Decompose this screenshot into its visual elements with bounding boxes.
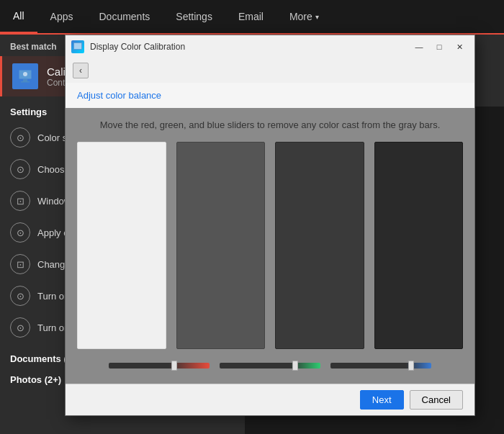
change-icon: ⊡	[10, 254, 30, 274]
svg-point-3	[23, 72, 27, 76]
nav-item-settings[interactable]: Settings	[163, 0, 225, 33]
calibrate-icon	[12, 63, 38, 89]
bar-dark	[275, 142, 364, 349]
dialog-title: Display Color Calibration	[90, 42, 410, 52]
nav-item-email[interactable]: Email	[225, 0, 276, 33]
bar-white-wrapper	[77, 142, 166, 349]
blue-slider-thumb[interactable]	[408, 361, 414, 371]
dialog-content: Adjust color balance Move the red, green…	[66, 83, 474, 384]
blue-slider-wrapper[interactable]	[330, 359, 431, 372]
nav-item-more[interactable]: More ▾	[276, 0, 332, 33]
dialog-footer: Next Cancel	[66, 384, 474, 415]
adjust-link[interactable]: Adjust color balance	[66, 83, 474, 108]
green-slider-track	[220, 363, 320, 369]
dialog-titlebar: Display Color Calibration — □ ✕	[66, 35, 474, 58]
maximize-button[interactable]: □	[430, 40, 449, 54]
red-slider-thumb[interactable]	[171, 361, 177, 371]
nav-item-apps[interactable]: Apps	[37, 0, 86, 33]
close-button[interactable]: ✕	[450, 40, 469, 54]
bar-dark-wrapper	[275, 142, 364, 349]
bar-medium	[176, 142, 266, 349]
color-bars	[77, 142, 463, 349]
calibration-instruction: Move the red, green, and blue sliders to…	[100, 119, 441, 130]
calibration-area: Move the red, green, and blue sliders to…	[66, 108, 474, 384]
svg-rect-1	[23, 79, 27, 81]
svg-rect-2	[21, 81, 30, 83]
chevron-down-icon: ▾	[315, 13, 319, 21]
red-slider-wrapper[interactable]	[109, 359, 210, 372]
apply-icon: ⊙	[10, 222, 30, 243]
windows-icon: ⊡	[10, 191, 30, 211]
back-button[interactable]: ‹	[73, 63, 89, 78]
minimize-button[interactable]: —	[410, 40, 428, 54]
bar-white	[77, 142, 166, 349]
sliders-row	[77, 359, 463, 372]
green-slider-wrapper[interactable]	[220, 359, 320, 372]
dialog-icon	[71, 40, 84, 53]
calibration-dialog: Display Color Calibration — □ ✕ ‹ Adjust…	[65, 35, 475, 416]
dialog-nav: ‹	[66, 58, 474, 83]
red-slider-track	[109, 363, 210, 369]
svg-rect-11	[74, 43, 81, 49]
next-button[interactable]: Next	[360, 390, 404, 410]
green-slider-thumb[interactable]	[292, 361, 298, 371]
turn1-icon: ⊙	[10, 286, 30, 306]
turn2-icon: ⊙	[10, 317, 30, 338]
bar-darker	[374, 142, 464, 349]
dialog-window-controls: — □ ✕	[410, 40, 469, 54]
nav-item-documents[interactable]: Documents	[86, 0, 163, 33]
bar-darker-wrapper	[374, 142, 464, 349]
cancel-button[interactable]: Cancel	[410, 390, 463, 410]
choose-icon: ⊙	[10, 159, 30, 179]
dialog-body: ‹ Adjust color balance Move the red, gre…	[66, 58, 474, 384]
color-settings-icon: ⊙	[10, 127, 30, 148]
bar-medium-wrapper	[176, 142, 266, 349]
top-nav: All Apps Documents Settings Email More ▾	[0, 0, 504, 35]
blue-slider-track	[330, 363, 431, 369]
nav-item-all[interactable]: All	[0, 0, 37, 33]
